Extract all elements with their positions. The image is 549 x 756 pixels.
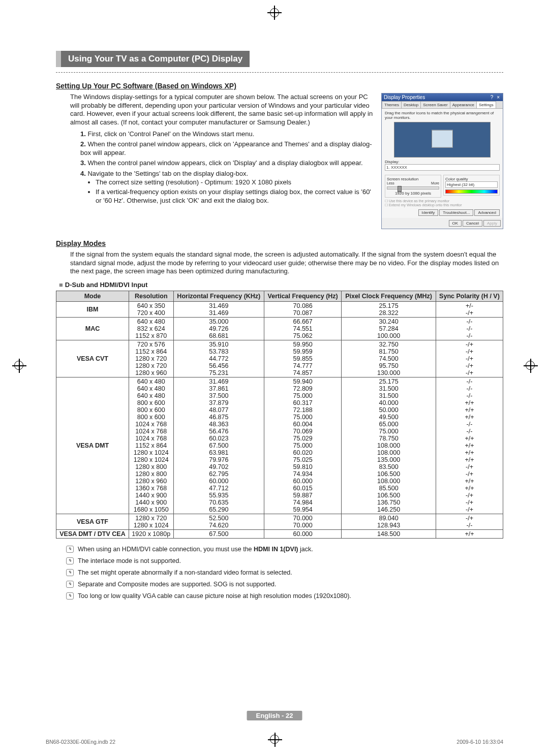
table-cell: VESA DMT bbox=[56, 377, 129, 514]
display-modes-table: ModeResolutionHorizontal Frequency (KHz)… bbox=[56, 291, 503, 539]
display-dropdown[interactable]: 1. XXXXXX bbox=[385, 164, 500, 171]
table-header: Sync Polarity (H / V) bbox=[436, 291, 503, 301]
note-text: Too long or low quality VGA cable can ca… bbox=[78, 592, 351, 600]
table-header: Mode bbox=[56, 291, 129, 301]
page-footer-center: English - 22 bbox=[247, 711, 302, 720]
identify-button[interactable]: Identify bbox=[418, 209, 439, 216]
note-icon: ✎ bbox=[66, 546, 74, 553]
step4-bullet: The correct size setting (resolution) - … bbox=[96, 178, 375, 187]
note-item: ✎The set might operate abnormally if a n… bbox=[66, 569, 503, 576]
table-cell: 1280 x 720 1280 x 1024 bbox=[129, 514, 173, 529]
table-cell: 25.175 31.500 31.500 40.000 50.000 49.50… bbox=[342, 377, 436, 514]
step4-bullet: If a vertical-frequency option exists on… bbox=[96, 188, 375, 205]
table-cell: 25.175 28.322 bbox=[342, 301, 436, 317]
display-modes-heading: Display Modes bbox=[56, 239, 503, 247]
table-cell: 31.469 31.469 bbox=[173, 301, 264, 317]
tab-settings[interactable]: Settings bbox=[476, 101, 496, 108]
table-header: Pixel Clock Frequency (MHz) bbox=[342, 291, 436, 301]
color-quality-label: Color quality bbox=[445, 177, 498, 181]
table-cell: -/- -/- -/- +/+ +/+ +/+ -/- -/- +/+ +/+ … bbox=[436, 377, 503, 514]
table-header: Resolution bbox=[129, 291, 173, 301]
table-cell: 89.040 128.943 bbox=[342, 514, 436, 529]
tab-themes[interactable]: Themes bbox=[382, 101, 402, 108]
dialog-tabs: Themes Desktop Screen Saver Appearance S… bbox=[382, 101, 503, 109]
cancel-button[interactable]: Cancel bbox=[463, 220, 482, 227]
dialog-monitor-preview bbox=[394, 122, 491, 158]
advanced-button[interactable]: Advanced bbox=[474, 209, 500, 216]
table-cell: 66.667 74.551 75.062 bbox=[264, 317, 342, 340]
ok-button[interactable]: OK bbox=[449, 220, 462, 227]
note-item: ✎The interlace mode is not supported. bbox=[66, 557, 503, 564]
note-text: Separate and Composite modes are support… bbox=[78, 581, 277, 588]
note-item: ✎Separate and Composite modes are suppor… bbox=[66, 581, 503, 588]
tab-desktop[interactable]: Desktop bbox=[401, 101, 421, 108]
table-cell: -/+ -/+ -/+ -/+ -/+ bbox=[436, 340, 503, 377]
chk-extend: ☐ Extend my Windows desktop onto this mo… bbox=[385, 203, 500, 207]
page-footer-right: 2009-6-10 16:33:04 bbox=[456, 739, 503, 745]
notes-list: ✎When using an HDMI/DVI cable connection… bbox=[56, 546, 503, 600]
note-item: ✎Too long or low quality VGA cable can c… bbox=[66, 592, 503, 600]
table-cell: VESA GTF bbox=[56, 514, 129, 529]
table-row: VESA GTF1280 x 720 1280 x 102452.500 74.… bbox=[56, 514, 503, 529]
dialog-title: Display Properties bbox=[384, 94, 425, 100]
table-cell: 640 x 480 832 x 624 1152 x 870 bbox=[129, 317, 173, 340]
table-header: Vertical Frequency (Hz) bbox=[264, 291, 342, 301]
table-cell: 148.500 bbox=[342, 529, 436, 538]
table-row: VESA DMT640 x 480 640 x 480 640 x 480 80… bbox=[56, 377, 503, 514]
dialog-drag-note: Drag the monitor icons to match the phys… bbox=[385, 111, 500, 120]
table-cell: 70.086 70.087 bbox=[264, 301, 342, 317]
display-label: Display: bbox=[385, 160, 500, 164]
table-cell: 1920 x 1080p bbox=[129, 529, 173, 538]
table-cell: IBM bbox=[56, 301, 129, 317]
table-row: VESA DMT / DTV CEA1920 x 1080p67.50060.0… bbox=[56, 529, 503, 538]
step-3: 3. When the control panel window appears… bbox=[80, 159, 375, 168]
troubleshoot-button[interactable]: Troubleshoot... bbox=[439, 209, 473, 216]
table-cell: 59.940 72.809 75.000 60.317 72.188 75.00… bbox=[264, 377, 342, 514]
tab-screensaver[interactable]: Screen Saver bbox=[420, 101, 450, 108]
divider bbox=[56, 72, 503, 73]
chk-primary: ☐ Use this device as the primary monitor bbox=[385, 199, 500, 203]
setup-heading: Setting Up Your PC Software (Based on Wi… bbox=[56, 82, 503, 90]
table-cell: 35.910 53.783 44.772 56.456 75.231 bbox=[173, 340, 264, 377]
table-cell: 70.000 70.000 bbox=[264, 514, 342, 529]
dialog-title-buttons: ? × bbox=[491, 94, 501, 100]
page-footer-left: BN68-02330E-00Eng.indb 22 bbox=[46, 739, 115, 745]
registration-mark-bottom bbox=[270, 735, 279, 744]
display-modes-para: If the signal from the system equals the… bbox=[56, 250, 503, 276]
apply-button[interactable]: Apply bbox=[483, 220, 501, 227]
table-cell: 720 x 576 1152 x 864 1280 x 720 1280 x 7… bbox=[129, 340, 173, 377]
note-icon: ✎ bbox=[66, 592, 74, 600]
table-cell: 640 x 480 640 x 480 640 x 480 800 x 600 … bbox=[129, 377, 173, 514]
table-cell: MAC bbox=[56, 317, 129, 340]
color-quality-dropdown[interactable]: Highest (32 bit) bbox=[445, 181, 498, 188]
note-item: ✎When using an HDMI/DVI cable connection… bbox=[66, 546, 503, 553]
table-cell: 640 x 350 720 x 400 bbox=[129, 301, 173, 317]
note-text: When using an HDMI/DVI cable connection,… bbox=[78, 546, 313, 553]
step-1: 1. First, click on 'Control Panel' on th… bbox=[80, 130, 375, 139]
setup-steps: 1. First, click on 'Control Panel' on th… bbox=[70, 130, 375, 205]
display-properties-dialog: Display Properties ? × Themes Desktop Sc… bbox=[381, 93, 503, 229]
table-header: Horizontal Frequency (KHz) bbox=[173, 291, 264, 301]
table-cell: -/+ -/- bbox=[436, 514, 503, 529]
note-icon: ✎ bbox=[66, 569, 74, 576]
table-cell: +/- -/+ bbox=[436, 301, 503, 317]
note-icon: ✎ bbox=[66, 581, 74, 588]
res-less: Less bbox=[387, 181, 394, 185]
table-cell: 35.000 49.726 68.681 bbox=[173, 317, 264, 340]
table-cell: 60.000 bbox=[264, 529, 342, 538]
res-more: More bbox=[431, 181, 439, 185]
table-row: IBM640 x 350 720 x 40031.469 31.46970.08… bbox=[56, 301, 503, 317]
tab-appearance[interactable]: Appearance bbox=[450, 101, 477, 108]
note-icon: ✎ bbox=[66, 557, 74, 564]
table-cell: +/+ bbox=[436, 529, 503, 538]
table-cell: 32.750 81.750 74.500 95.750 130.000 bbox=[342, 340, 436, 377]
resolution-slider[interactable] bbox=[387, 186, 439, 190]
table-cell: 52.500 74.620 bbox=[173, 514, 264, 529]
note-text: The interlace mode is not supported. bbox=[78, 557, 181, 564]
table-cell: 67.500 bbox=[173, 529, 264, 538]
step-4: 4. Navigate to the 'Settings' tab on the… bbox=[80, 170, 375, 205]
table-cell: 30.240 57.284 100.000 bbox=[342, 317, 436, 340]
table-cell: VESA CVT bbox=[56, 340, 129, 377]
table-cell: 59.950 59.959 59.855 74.777 74.857 bbox=[264, 340, 342, 377]
table-row: MAC640 x 480 832 x 624 1152 x 87035.000 … bbox=[56, 317, 503, 340]
